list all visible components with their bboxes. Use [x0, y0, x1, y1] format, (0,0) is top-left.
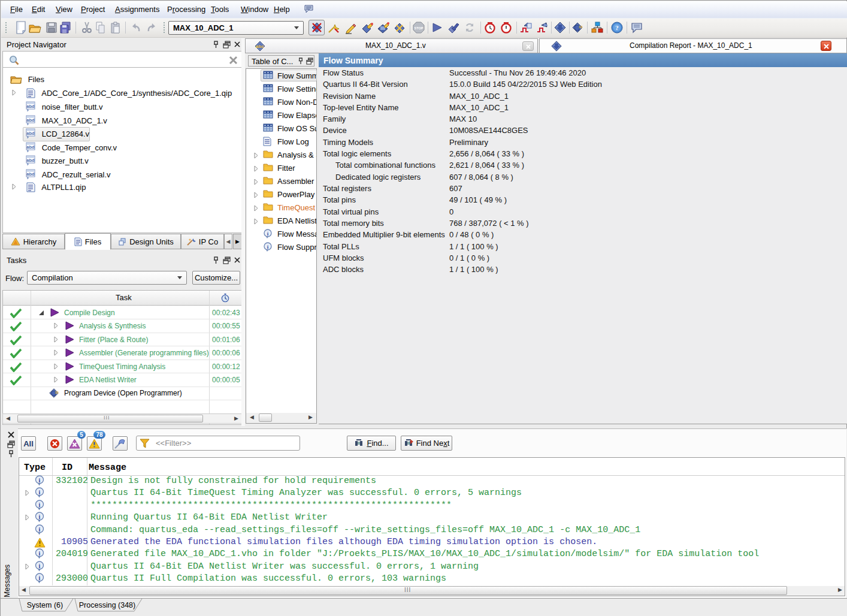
svg-text:abc: abc: [256, 44, 264, 49]
svg-text:System (6): System (6): [27, 601, 63, 609]
svg-text:abd: abd: [26, 158, 35, 163]
svg-text:abd: abd: [26, 144, 35, 150]
svg-text:abd: abd: [26, 131, 35, 136]
svg-text:10: 10: [55, 391, 59, 394]
svg-text:i: i: [39, 502, 41, 508]
svg-text:abd: abd: [26, 117, 35, 123]
svg-text:i: i: [39, 550, 41, 557]
svg-text:?: ?: [615, 24, 619, 31]
svg-text:i: i: [39, 477, 41, 484]
svg-text:i: i: [39, 514, 41, 520]
svg-text:Processing (348): Processing (348): [79, 601, 136, 609]
svg-text:STOP: STOP: [415, 26, 424, 30]
svg-text:abd: abd: [26, 171, 35, 177]
svg-text:i: i: [39, 526, 41, 533]
svg-text:i: i: [39, 575, 41, 581]
svg-text:i: i: [39, 489, 41, 496]
svg-text:i: i: [39, 563, 41, 569]
svg-text:abd: abd: [26, 104, 35, 109]
svg-text:10: 10: [579, 25, 583, 29]
